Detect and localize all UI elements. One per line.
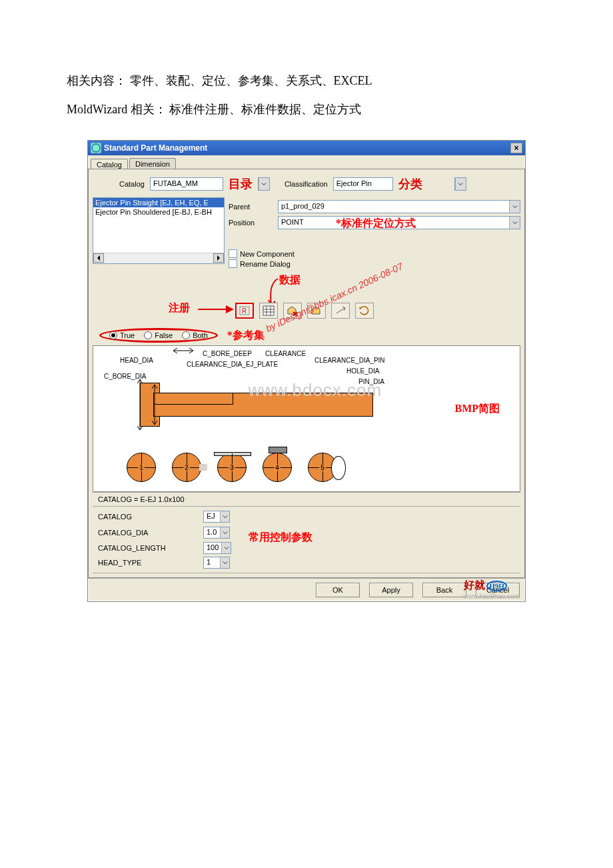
part-list[interactable]: Ejector Pin Straight [EJ, EH, EQ, E Ejec… — [93, 197, 225, 264]
catalog-value: FUTABA_MM — [151, 178, 223, 190]
radio-true[interactable]: True — [109, 331, 135, 339]
param-catalog-combo[interactable]: EJ — [203, 511, 230, 523]
parent-combo[interactable]: p1_prod_029 — [278, 200, 520, 213]
circle-4: 4 — [263, 453, 292, 482]
chevron-down-icon — [221, 543, 231, 553]
scroll-left-icon[interactable] — [93, 253, 104, 263]
param-length-combo[interactable]: 100 — [203, 542, 231, 554]
circle-2: 2 — [172, 453, 201, 482]
back-button[interactable]: Back — [422, 583, 466, 597]
data-grid-button[interactable] — [259, 303, 278, 319]
rename-dialog-checkbox[interactable] — [229, 259, 237, 268]
list-item[interactable]: Ejector Pin Straight [EJ, EH, EQ, E — [93, 198, 224, 207]
doc-line-1: 相关内容： 零件、装配、定位、参考集、关系式、EXCEL — [67, 67, 546, 95]
chevron-down-icon — [509, 217, 520, 229]
param-dia-combo[interactable]: 1.0 — [203, 527, 230, 539]
ok-button[interactable]: OK — [316, 583, 360, 597]
position-label: Position — [229, 219, 275, 227]
radio-icon — [182, 331, 190, 339]
circle-5: 5 — [308, 453, 337, 482]
new-component-label: New Component — [240, 250, 295, 258]
apply-button[interactable]: Apply — [369, 583, 413, 597]
grid-icon — [263, 305, 275, 316]
radio-icon — [109, 331, 117, 339]
head-type-circles: 1 2 3 4 5 — [127, 453, 337, 482]
doc-line-2: MoldWizard 相关： 标准件注册、标准件数据、定位方式 — [67, 95, 546, 124]
svg-text:R: R — [242, 307, 247, 315]
label-pin-dia: PIN_DIA — [358, 378, 384, 385]
catalog-string: CATALOG = E-EJ 1.0x100 — [93, 492, 520, 506]
rename-dialog-label: Rename Dialog — [240, 260, 291, 268]
dim-hmark-icon — [173, 346, 193, 355]
classification-combo-arrow[interactable] — [454, 177, 466, 191]
chevron-down-icon — [509, 201, 520, 213]
rotate-button[interactable] — [355, 303, 374, 319]
scroll-track[interactable] — [104, 253, 213, 263]
app-icon — [91, 143, 101, 153]
list-item[interactable]: Ejector Pin Shouldered [E-BJ, E-BH — [93, 207, 224, 217]
label-clearance-dia-pin: CLEARANCE_DIA_PIN — [314, 357, 385, 364]
refset-highlight: True False Both — [99, 328, 218, 343]
svg-rect-4 — [263, 306, 274, 315]
window-title: Standard Part Management — [104, 143, 510, 153]
tab-dimension[interactable]: Dimension — [129, 158, 176, 169]
params-annotation: 常用控制参数 — [249, 531, 312, 545]
register-button[interactable]: R — [235, 303, 254, 319]
box-button[interactable] — [307, 303, 326, 319]
radio-false[interactable]: False — [144, 331, 173, 339]
svg-point-0 — [92, 144, 100, 152]
label-hole-dia: HOLE_DIA — [346, 367, 379, 375]
refset-radio-group: True False Both *参考集 — [93, 325, 520, 345]
corner-logo-icon: H9H — [486, 581, 507, 591]
flip-icon — [334, 305, 346, 316]
titlebar: Standard Part Management × — [88, 141, 525, 155]
param-head-type-combo[interactable]: 1 — [203, 557, 230, 569]
dim-arrows-icon — [133, 379, 147, 430]
radio-both[interactable]: Both — [182, 331, 208, 339]
tabs: Catalog Dimension — [88, 155, 525, 169]
circle-3: 3 — [217, 453, 247, 482]
catalog-combo-arrow[interactable] — [258, 177, 270, 191]
scroll-right-icon[interactable] — [213, 253, 224, 263]
label-clearance-dia-ej: CLEARANCE_DIA_EJ_PLATE — [187, 361, 278, 368]
rotate-icon — [358, 305, 370, 316]
pin-shoulder — [153, 393, 233, 405]
box-icon — [310, 305, 322, 316]
param-head-type-label: HEAD_TYPE — [98, 559, 198, 567]
classification-annotation: 分类 — [398, 176, 422, 192]
catalog-combo[interactable]: FUTABA_MM — [150, 177, 223, 191]
label-clearance: CLEARANCE — [265, 350, 306, 357]
classification-value: Ejector Pin — [334, 178, 392, 190]
catalog-annotation: 目录 — [229, 176, 253, 192]
param-catalog-label: CATALOG — [98, 513, 198, 521]
remove-box-button[interactable] — [283, 303, 302, 319]
chevron-down-icon — [220, 511, 229, 522]
new-component-checkbox[interactable] — [229, 249, 237, 258]
horizontal-scrollbar[interactable] — [93, 253, 224, 263]
position-annotation: *标准件定位方式 — [336, 217, 416, 231]
classification-label: Classification — [285, 180, 328, 188]
catalog-pane: Catalog FUTABA_MM 目录 Classification Ejec… — [88, 169, 525, 578]
parent-value: p1_prod_029 — [279, 201, 509, 213]
circle-1: 1 — [127, 453, 156, 482]
label-c-bore-deep: C_BORE_DEEP — [203, 350, 252, 357]
classification-combo[interactable]: Ejector Pin — [333, 177, 393, 191]
standard-part-management-window: Standard Part Management × Catalog Dimen… — [87, 140, 526, 602]
register-icon: R — [239, 305, 251, 316]
box-remove-icon — [287, 305, 299, 316]
position-combo[interactable]: POINT *标准件定位方式 — [278, 216, 520, 229]
param-length-label: CATALOG_LENGTH — [98, 544, 198, 552]
label-head-dia: HEAD_DIA — [120, 357, 153, 364]
flip-button[interactable] — [331, 303, 350, 319]
catalog-label: Catalog — [119, 180, 145, 188]
chevron-down-icon — [455, 178, 466, 190]
refset-annotation: *参考集 — [227, 329, 265, 343]
close-button[interactable]: × — [510, 143, 522, 153]
watermark-diagonal: by iDesign@bbs.icax.cn 2006-08-07 — [264, 261, 404, 335]
dim-arrows-icon — [148, 385, 161, 425]
chevron-down-icon — [259, 178, 269, 190]
button-row: OK Apply Back Cancel 好就 H9H www.hao9hao.… — [88, 578, 525, 601]
doc-paragraph: 相关内容： 零件、装配、定位、参考集、关系式、EXCEL MoldWizard … — [67, 67, 546, 124]
chevron-down-icon — [220, 527, 229, 538]
bmp-annotation: BMP简图 — [454, 402, 500, 416]
